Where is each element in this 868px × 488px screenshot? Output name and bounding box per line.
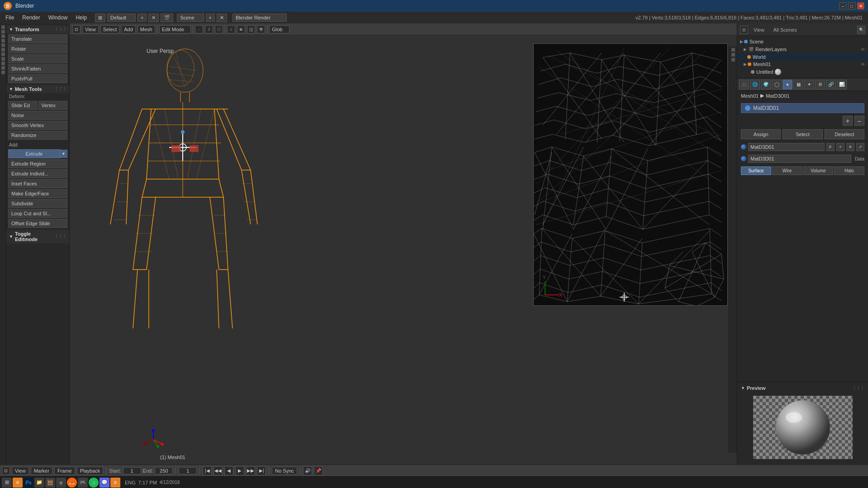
taskbar-blender2-icon[interactable]: B bbox=[110, 478, 120, 488]
taskbar-photoshop-icon[interactable]: Ps bbox=[24, 478, 33, 488]
scene-item[interactable]: ▶ Scene bbox=[737, 38, 868, 45]
file-menu[interactable]: File bbox=[2, 14, 18, 22]
window-menu[interactable]: Window bbox=[45, 14, 71, 22]
mesh-tools-section-header[interactable]: ▼ Mesh Tools ⋮⋮⋮ bbox=[6, 85, 69, 93]
taskbar-firefox-icon[interactable]: 🦊 bbox=[67, 478, 77, 488]
mat-world-btn[interactable]: 🌍 bbox=[761, 80, 771, 90]
noise-button[interactable]: Noise bbox=[8, 111, 67, 120]
edit-mode-dropdown[interactable]: Edit Mode bbox=[159, 25, 191, 33]
translate-button[interactable]: Translate bbox=[8, 34, 67, 43]
scene-dropdown[interactable]: Scene bbox=[177, 14, 204, 22]
layout-add-btn[interactable]: + bbox=[138, 14, 147, 22]
start-input[interactable] bbox=[123, 467, 141, 474]
tools-icon[interactable]: ⚒ bbox=[257, 25, 265, 33]
viewport-add-btn[interactable]: Add bbox=[121, 25, 136, 33]
jump-start-btn[interactable]: |◀ bbox=[203, 466, 212, 475]
taskbar-spotify-icon[interactable]: ♫ bbox=[89, 478, 99, 488]
toggle-editmode-header[interactable]: ▼ Toggle Editmode ⋮⋮⋮ bbox=[6, 230, 69, 243]
mat-plus-btn[interactable]: + bbox=[836, 143, 844, 151]
close-button[interactable]: ✕ bbox=[857, 2, 864, 9]
face-select-icon[interactable]: □ bbox=[215, 25, 223, 33]
layout-dropdown[interactable]: Default bbox=[107, 14, 136, 22]
loop-cut-button[interactable]: Loop Cut and Sl... bbox=[8, 209, 67, 218]
taskbar-blender-icon[interactable]: B bbox=[13, 478, 23, 488]
randomize-button[interactable]: Randomize bbox=[8, 131, 67, 140]
render-layers-eye[interactable]: 👁 bbox=[861, 47, 865, 52]
mat-browse-btn[interactable]: ↗ bbox=[856, 143, 864, 151]
offset-edge-button[interactable]: Offset Edge Slide bbox=[8, 219, 67, 228]
extrude-button[interactable]: Extrude bbox=[8, 149, 60, 158]
global-dropdown[interactable]: Glob bbox=[269, 25, 289, 33]
render-layers-item[interactable]: ▶ 🎬 RenderLayers 👁 bbox=[737, 45, 868, 53]
mat-f-btn[interactable]: F bbox=[826, 143, 835, 151]
taskbar-calc-icon[interactable]: 🧮 bbox=[45, 478, 55, 488]
mirror-icon[interactable]: ◫ bbox=[247, 25, 255, 33]
taskbar-ie-icon[interactable]: e bbox=[56, 478, 66, 488]
subdivide-button[interactable]: Subdivide bbox=[8, 199, 67, 208]
shrink-button[interactable]: Shrink/Fatten bbox=[8, 64, 67, 73]
slide-edge-button[interactable]: Slide Ed bbox=[8, 101, 38, 110]
rp-scenes-tab[interactable]: All Scenes bbox=[770, 26, 801, 33]
timeline-view-btn[interactable]: View bbox=[12, 467, 29, 475]
rp-view-tab[interactable]: View bbox=[750, 26, 768, 33]
nosync-btn[interactable]: No Sync bbox=[272, 467, 297, 475]
inset-faces-button[interactable]: Inset Faces bbox=[8, 179, 67, 188]
world-item[interactable]: World bbox=[737, 53, 868, 61]
maximize-button[interactable]: □ bbox=[848, 2, 855, 9]
mesh01-eye[interactable]: 👁 bbox=[861, 62, 865, 67]
mat-x-btn[interactable]: ✕ bbox=[846, 143, 854, 151]
next-frame-btn[interactable]: ▶▶ bbox=[246, 466, 255, 475]
render-engine-dropdown[interactable]: Blender Render bbox=[232, 14, 287, 22]
mat-add-btn[interactable]: + bbox=[843, 116, 853, 126]
pin-btn[interactable]: 📌 bbox=[314, 466, 323, 475]
edge-select-icon[interactable]: / bbox=[205, 25, 213, 33]
wire-tab[interactable]: Wire bbox=[772, 166, 802, 175]
layout-close-btn[interactable]: ✕ bbox=[148, 14, 159, 22]
mat-name-input[interactable] bbox=[748, 143, 825, 151]
push-pull-button[interactable]: Push/Pull bbox=[8, 74, 67, 83]
untitled-item[interactable]: Untitled bbox=[737, 68, 868, 76]
play-btn[interactable]: ▶ bbox=[235, 466, 244, 475]
mesh01-item[interactable]: ▶ Mesh01 👁 bbox=[737, 61, 868, 68]
win-start-btn[interactable]: ⊞ bbox=[2, 478, 12, 488]
halo-tab[interactable]: Halo bbox=[834, 166, 864, 175]
timeline-frame-btn[interactable]: Frame bbox=[54, 467, 75, 475]
mat-data-btn[interactable]: 📊 bbox=[837, 80, 847, 90]
layout-icon-btn[interactable]: ⊞ bbox=[95, 14, 105, 22]
rp-search-icon[interactable]: 🔍 bbox=[857, 26, 865, 34]
rotate-button[interactable]: Rotate bbox=[8, 44, 67, 53]
timeline-type-icon[interactable]: ⊡ bbox=[2, 467, 10, 475]
rp-icon[interactable]: ⊡ bbox=[740, 26, 748, 34]
mat-phys-btn[interactable]: ⚙ bbox=[815, 80, 825, 90]
prev-keyframe-btn[interactable]: ◀◀ bbox=[213, 466, 223, 475]
surface-tab[interactable]: Surface bbox=[741, 166, 771, 175]
mat-remove-btn[interactable]: – bbox=[854, 116, 864, 126]
mat-list-item[interactable]: MatD3D01 bbox=[741, 103, 864, 113]
mat-obj-btn[interactable]: ◯ bbox=[772, 80, 782, 90]
select-button[interactable]: Select bbox=[783, 129, 822, 139]
mat-tex-btn[interactable]: ▦ bbox=[793, 80, 803, 90]
vertex-select-icon[interactable]: · bbox=[195, 25, 203, 33]
timeline-marker-btn[interactable]: Marker bbox=[31, 467, 52, 475]
scene-close-btn[interactable]: ✕ bbox=[217, 14, 227, 22]
render-menu[interactable]: Render bbox=[19, 14, 43, 22]
taskbar-discord-icon[interactable]: 💬 bbox=[100, 478, 109, 488]
help-menu[interactable]: Help bbox=[72, 14, 90, 22]
assign-button[interactable]: Assign bbox=[741, 129, 781, 139]
mat-scene-btn[interactable]: 🌐 bbox=[750, 80, 760, 90]
vertex-button[interactable]: Vertex bbox=[38, 101, 68, 110]
mat-data-input[interactable] bbox=[748, 155, 851, 163]
minimize-button[interactable]: – bbox=[839, 2, 846, 9]
snap-icon[interactable]: ⊕ bbox=[237, 25, 245, 33]
extrude-region-button[interactable]: Extrude Region bbox=[8, 159, 67, 168]
viewport-mesh-btn[interactable]: Mesh bbox=[138, 25, 155, 33]
extrude-dropdown-button[interactable]: ▼ bbox=[60, 150, 67, 158]
volume-tab[interactable]: Volume bbox=[803, 166, 834, 175]
jump-end-btn[interactable]: ▶| bbox=[257, 466, 266, 475]
prev-frame-btn[interactable]: ◀ bbox=[224, 466, 233, 475]
mat-render-btn[interactable]: 🎥 bbox=[739, 80, 749, 90]
scene-view-btn[interactable]: 🎬 bbox=[161, 14, 173, 22]
transform-section-header[interactable]: ▼ Transform ⋮⋮⋮ bbox=[6, 25, 69, 33]
smooth-vertex-button[interactable]: Smooth Vertex bbox=[8, 121, 67, 130]
taskbar-explorer-icon[interactable]: 📁 bbox=[34, 478, 44, 488]
